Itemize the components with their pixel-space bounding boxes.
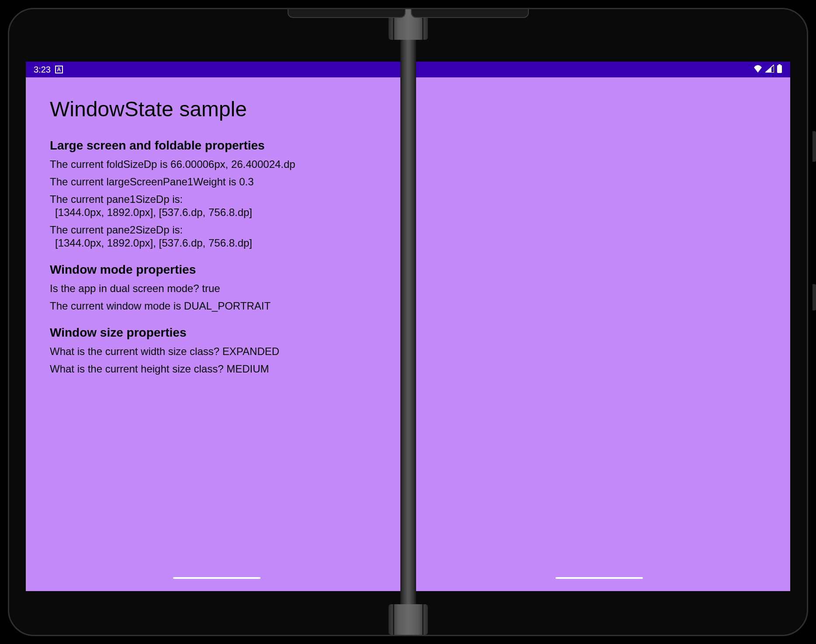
prop-fold-size: The current foldSizeDp is 66.00006px, 26…	[50, 158, 384, 171]
home-indicator-left[interactable]	[173, 577, 260, 579]
prop-window-mode: The current window mode is DUAL_PORTRAIT	[50, 299, 384, 313]
wifi-icon	[753, 65, 763, 75]
status-left-group: 3:23 A	[34, 65, 63, 75]
side-button-1[interactable]	[813, 131, 816, 162]
prop-pane1-size-label: The current pane1SizeDp is:	[50, 193, 183, 205]
status-bar-right	[408, 62, 791, 77]
prop-pane2-size: The current pane2SizeDp is: [1344.0px, 1…	[50, 223, 384, 250]
top-notch	[288, 9, 529, 18]
page-title: WindowState sample	[50, 97, 384, 121]
device-frame: 3:23 A WindowState sample Large screen a…	[8, 8, 808, 636]
prop-dual-screen: Is the app in dual screen mode? true	[50, 282, 384, 295]
prop-pane2-size-label: The current pane2SizeDp is:	[50, 224, 183, 236]
svg-rect-1	[777, 65, 782, 73]
prop-pane1-size-value: [1344.0px, 1892.0px], [537.6.dp, 756.8.d…	[50, 206, 252, 218]
prop-pane1-size: The current pane1SizeDp is: [1344.0px, 1…	[50, 193, 384, 219]
status-time: 3:23	[34, 65, 51, 75]
hinge	[396, 9, 420, 635]
heading-window-size: Window size properties	[50, 326, 384, 340]
status-right-group	[753, 64, 782, 75]
notch-left	[288, 9, 406, 18]
prop-pane1-weight: The current largeScreenPane1Weight is 0.…	[50, 175, 384, 188]
pane-right	[408, 62, 791, 591]
status-badge-icon: A	[55, 66, 63, 73]
pane-left: 3:23 A WindowState sample Large screen a…	[26, 62, 408, 591]
notch-right	[411, 9, 529, 18]
svg-rect-0	[778, 64, 781, 65]
content-right	[408, 77, 791, 591]
status-bar-left: 3:23 A	[26, 62, 408, 77]
heading-window-mode: Window mode properties	[50, 263, 384, 277]
prop-pane2-size-value: [1344.0px, 1892.0px], [537.6.dp, 756.8.d…	[50, 237, 252, 249]
hinge-cap-bottom	[389, 604, 428, 635]
battery-icon	[777, 64, 782, 75]
prop-height-class: What is the current height size class? M…	[50, 362, 384, 376]
side-button-2[interactable]	[813, 284, 816, 310]
signal-icon	[765, 65, 774, 75]
hinge-bar	[400, 40, 416, 604]
prop-width-class: What is the current width size class? EX…	[50, 345, 384, 358]
content-left: WindowState sample Large screen and fold…	[26, 77, 408, 591]
home-indicator-right[interactable]	[556, 577, 643, 579]
heading-foldable: Large screen and foldable properties	[50, 139, 384, 153]
